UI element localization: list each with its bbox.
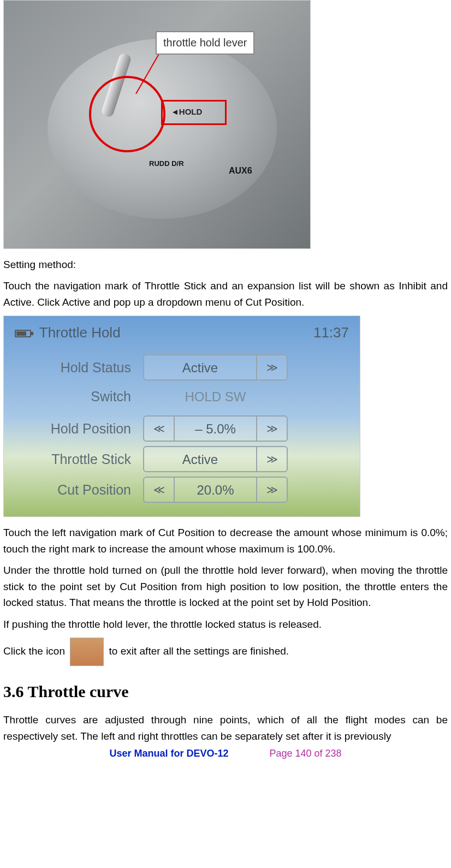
cut-position-field[interactable]: ≪ 20.0% ≫	[143, 477, 288, 503]
hold-position-field[interactable]: ≪ – 5.0% ≫	[143, 415, 288, 442]
battery-icon	[15, 330, 31, 337]
footer-page-number: Page 140 of 238	[269, 748, 341, 759]
section-heading-3-6: 3.6 Throttle curve	[3, 679, 448, 705]
hold-box-text: ◄HOLD	[171, 105, 202, 118]
paragraph-5: Click the icon to exit after all the set…	[3, 638, 448, 666]
hold-position-next-icon[interactable]: ≫	[256, 417, 287, 441]
figure-throttle-hold-lever-photo: throttle hold lever ◄HOLD AUX6 RUDD D/R	[3, 0, 311, 249]
screen-title: Throttle Hold	[15, 322, 121, 343]
paragraph-3: Under the throttle hold turned on (pull …	[3, 562, 448, 610]
hold-status-label: Hold Status	[20, 357, 143, 378]
figure-throttle-hold-screen: Throttle Hold 11:37 Hold Status Active ≫…	[3, 316, 360, 517]
p5-text-before: Click the icon	[3, 645, 68, 657]
footer-manual-title: User Manual for DEVO-12	[109, 748, 228, 759]
aux6-label: AUX6	[229, 164, 252, 178]
p5-text-after: to exit after all the settings are finis…	[109, 645, 289, 657]
throttle-stick-next-icon[interactable]: ≫	[256, 447, 287, 471]
cut-position-label: Cut Position	[20, 479, 143, 501]
paragraph-6: Throttle curves are adjusted through nin…	[3, 712, 448, 744]
switch-value: HOLD SW	[143, 387, 288, 407]
cut-position-next-icon[interactable]: ≫	[256, 478, 287, 502]
page-footer: User Manual for DEVO-12 Page 140 of 238	[3, 746, 448, 762]
cut-position-prev-icon[interactable]: ≪	[144, 478, 175, 502]
callout-label: throttle hold lever	[156, 31, 254, 55]
lever-highlight-circle	[89, 76, 165, 152]
rudd-dr-label: RUDD D/R	[149, 160, 184, 168]
hold-status-field[interactable]: Active ≫	[143, 354, 288, 381]
hold-status-next-icon[interactable]: ≫	[256, 355, 287, 379]
exit-icon	[70, 638, 104, 666]
throttle-stick-field[interactable]: Active ≫	[143, 446, 288, 472]
paragraph-4: If pushing the throttle hold lever, the …	[3, 616, 448, 632]
hold-status-value: Active	[144, 358, 256, 378]
screen-time: 11:37	[313, 322, 349, 343]
cut-position-value: 20.0%	[175, 480, 256, 500]
throttle-stick-value: Active	[144, 449, 256, 469]
switch-label: Switch	[20, 386, 143, 407]
hold-position-prev-icon[interactable]: ≪	[144, 417, 175, 441]
setting-method-heading: Setting method:	[3, 257, 448, 272]
paragraph-1: Touch the navigation mark of Throttle St…	[3, 278, 448, 310]
paragraph-2: Touch the left navigation mark of Cut Po…	[3, 525, 448, 557]
hold-position-value: – 5.0%	[175, 419, 256, 439]
throttle-stick-label: Throttle Stick	[20, 449, 143, 470]
hold-position-label: Hold Position	[20, 418, 143, 439]
